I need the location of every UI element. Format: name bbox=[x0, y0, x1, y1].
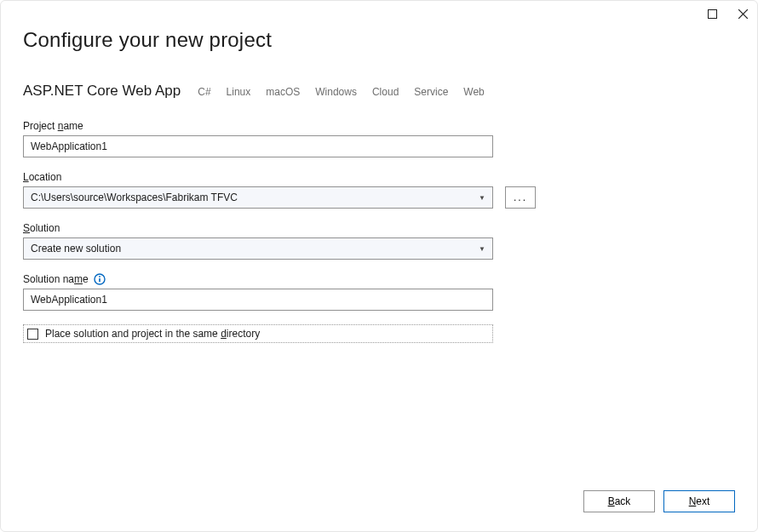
page-title: Configure your new project bbox=[23, 28, 735, 52]
tag: Service bbox=[414, 86, 448, 98]
tag: Windows bbox=[315, 86, 357, 98]
solution-label: Solution bbox=[23, 222, 735, 234]
same-directory-checkbox[interactable]: Place solution and project in the same d… bbox=[23, 324, 493, 343]
location-value: C:\Users\source\Workspaces\Fabrikam TFVC bbox=[31, 192, 238, 203]
solution-combo[interactable]: Create new solution ▼ bbox=[23, 237, 493, 260]
solution-value: Create new solution bbox=[31, 243, 121, 255]
svg-rect-4 bbox=[99, 278, 100, 282]
maximize-button[interactable] bbox=[706, 8, 718, 20]
tag: Cloud bbox=[372, 86, 399, 98]
info-icon[interactable] bbox=[94, 273, 106, 285]
tag: Linux bbox=[227, 86, 251, 98]
template-tags: C# Linux macOS Windows Cloud Service Web bbox=[198, 86, 485, 98]
location-combo[interactable]: C:\Users\source\Workspaces\Fabrikam TFVC… bbox=[23, 186, 493, 209]
close-button[interactable] bbox=[737, 8, 749, 20]
tag: Web bbox=[463, 86, 484, 98]
tag: macOS bbox=[266, 86, 300, 98]
chevron-down-icon: ▼ bbox=[479, 245, 485, 253]
location-label: Location bbox=[23, 171, 735, 183]
maximize-icon bbox=[708, 9, 717, 19]
solution-name-label: Solution name bbox=[23, 273, 735, 285]
browse-button[interactable]: ... bbox=[505, 186, 536, 209]
chevron-down-icon: ▼ bbox=[479, 194, 485, 202]
tag: C# bbox=[198, 86, 210, 98]
next-button[interactable]: Next bbox=[663, 490, 735, 512]
svg-rect-5 bbox=[99, 276, 100, 277]
back-button[interactable]: Back bbox=[583, 490, 655, 512]
project-name-input[interactable] bbox=[23, 135, 493, 157]
close-icon bbox=[738, 9, 748, 19]
svg-rect-0 bbox=[708, 9, 716, 18]
template-name: ASP.NET Core Web App bbox=[23, 83, 181, 100]
solution-name-input[interactable] bbox=[23, 289, 493, 311]
project-name-label: Project name bbox=[23, 120, 735, 132]
same-directory-label: Place solution and project in the same d… bbox=[45, 328, 260, 340]
checkbox-box bbox=[27, 329, 38, 340]
